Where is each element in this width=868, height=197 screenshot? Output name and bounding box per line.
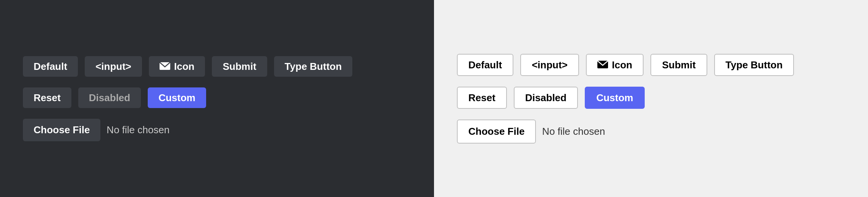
light-disabled-button: Disabled: [514, 87, 578, 109]
dark-reset-button[interactable]: Reset: [23, 87, 71, 108]
light-type-button[interactable]: Type Button: [714, 54, 794, 76]
dark-choose-file-button[interactable]: Choose File: [23, 119, 100, 141]
light-reset-button[interactable]: Reset: [457, 87, 507, 109]
light-input-button[interactable]: <input>: [520, 54, 579, 76]
dark-row-2: Reset Disabled Custom: [23, 87, 206, 108]
light-default-button[interactable]: Default: [457, 54, 513, 76]
dark-default-button[interactable]: Default: [23, 56, 78, 77]
light-icon-label: Icon: [612, 60, 632, 70]
dark-icon-button[interactable]: Icon: [149, 56, 205, 77]
dark-file-row: Choose File No file chosen: [23, 119, 169, 141]
dark-icon-label: Icon: [174, 61, 194, 71]
dark-no-file-text: No file chosen: [106, 124, 169, 136]
light-file-row: Choose File No file chosen: [457, 119, 605, 144]
light-choose-file-button[interactable]: Choose File: [457, 119, 536, 144]
light-panel: Default <input> Icon Submit Type Button …: [434, 0, 868, 197]
light-icon-button[interactable]: Icon: [586, 54, 644, 76]
light-submit-button[interactable]: Submit: [650, 54, 707, 76]
envelope-icon-light: [597, 60, 608, 70]
dark-custom-button[interactable]: Custom: [148, 87, 206, 108]
dark-input-button[interactable]: <input>: [85, 56, 142, 77]
dark-row-1: Default <input> Icon Submit Type Button: [23, 56, 352, 77]
dark-type-button[interactable]: Type Button: [274, 56, 353, 77]
light-row-2: Reset Disabled Custom: [457, 87, 645, 109]
envelope-icon: [160, 61, 170, 71]
light-no-file-text: No file chosen: [542, 126, 605, 137]
dark-disabled-button: Disabled: [78, 87, 141, 108]
dark-panel: Default <input> Icon Submit Type Button …: [0, 0, 434, 197]
light-custom-button[interactable]: Custom: [585, 87, 645, 109]
light-row-1: Default <input> Icon Submit Type Button: [457, 54, 794, 76]
dark-submit-button[interactable]: Submit: [212, 56, 267, 77]
